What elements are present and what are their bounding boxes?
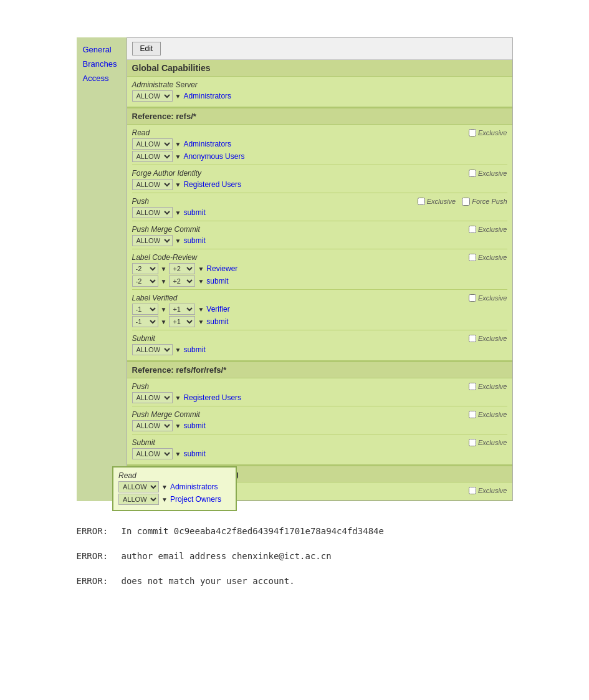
refs-for-submit-exclusive-checkbox[interactable] [469,439,476,446]
admin-server-row: ALLOW DENY BLOCK ▼ Administrators [132,90,507,102]
submit-select[interactable]: ALLOWDENY [132,344,173,355]
submit-exclusive-check[interactable]: Exclusive [469,335,507,342]
push-exclusive-check[interactable]: Exclusive [418,198,456,206]
push-exclusive-checkbox[interactable] [418,198,425,205]
submit-row: ALLOWDENY ▼ submit [132,344,507,355]
error-message-2: author email address chenxinke@ict.ac.cn [122,551,332,561]
arrow-icon-12: ▼ [175,423,181,429]
read-exclusive-check[interactable]: Exclusive [469,129,507,137]
refs-for-section: Reference: refs/for/refs/* Push Exclusiv… [127,361,512,465]
label-v-exclusive-check[interactable]: Exclusive [469,294,507,302]
popup-row-1: ALLOWDENY ▼ Administrators [118,481,231,492]
edit-bar: Edit [127,38,512,60]
read-exclusive-checkbox[interactable] [469,129,476,137]
label-v-row-2: -10+1 ▼ +10-1 ▼ submit [132,316,507,327]
label-v-max-1[interactable]: +10-1 [169,304,195,315]
forge-author-select[interactable]: ALLOWDENY [132,179,173,190]
refs-for-push-section: Push Exclusive ALLOWDENY ▼ Registered Us… [132,382,507,403]
refs-for-submit-label: Submit Exclusive [132,438,507,447]
refs-for-push-merge-exclusive[interactable]: Exclusive [469,411,507,418]
push-section: Push Exclusive Force Push [132,193,507,218]
popup-link-1[interactable]: Administrators [170,482,218,491]
arrow-icon: ▼ [175,93,181,100]
refs-for-submit-link[interactable]: submit [183,449,205,458]
label-cr-link-2[interactable]: submit [206,277,228,285]
refs-for-push-merge-section: Push Merge Commit Exclusive ALLOWDENY ▼ … [132,406,507,431]
error-section: ERROR: In commit 0c9eeaba4c2f8ed64394f17… [77,526,513,586]
label-v-link-2[interactable]: submit [206,317,228,326]
push-merge-exclusive-check[interactable]: Exclusive [469,226,507,233]
push-merge-link[interactable]: submit [183,236,205,245]
label-cr-max-select-2[interactable]: +2+10-1-2 [169,276,195,287]
sidebar-item-branches[interactable]: Branches [77,57,127,71]
label-cr-exclusive-check[interactable]: Exclusive [469,254,507,261]
refs-meta-exclusive[interactable]: Exclusive [469,487,507,494]
admin-server-link[interactable]: Administrators [183,92,231,100]
label-verified-section: Label Verified Exclusive -10+1 [132,289,507,327]
submit-link[interactable]: submit [183,345,205,354]
arrow-icon-4: ▼ [175,209,181,216]
read-row-1: ALLOWDENYBLOCK ▼ Administrators [132,138,507,150]
refs-for-push-exclusive[interactable]: Exclusive [469,383,507,390]
label-cr-row-1: -2-10+1+2 ▼ +2+10-1-2 ▼ Reviewer [132,263,507,274]
read-allow-select-2[interactable]: ALLOWDENYBLOCK [132,151,173,162]
forge-author-link[interactable]: Registered Users [183,180,241,189]
push-merge-select[interactable]: ALLOWDENY [132,235,173,246]
arrow-icon-6b: ▼ [198,266,204,272]
push-select[interactable]: ALLOWDENY [132,207,173,218]
push-merge-exclusive-checkbox[interactable] [469,226,476,233]
refs-for-push-link[interactable]: Registered Users [183,393,241,402]
force-push-checkbox[interactable] [462,198,470,206]
refs-meta-read-popup: Read ALLOWDENY ▼ Administrators ALLOWDEN… [112,466,237,511]
refs-for-push-exclusive-checkbox[interactable] [469,383,476,390]
refs-for-submit-exclusive[interactable]: Exclusive [469,439,507,446]
refs-for-submit-select[interactable]: ALLOWDENY [132,448,173,459]
error-message-3: does not match your user account. [122,576,295,586]
popup-link-2[interactable]: Project Owners [170,495,221,504]
label-v-row-1: -10+1 ▼ +10-1 ▼ Verifier [132,304,507,315]
label-v-max-2[interactable]: +10-1 [169,316,195,327]
edit-button[interactable]: Edit [132,42,161,55]
global-capabilities-title: Global Capabilities [127,60,512,77]
admin-server-select[interactable]: ALLOW DENY BLOCK [132,90,173,102]
submit-label: Submit Exclusive [132,334,507,343]
arrow-icon-p2: ▼ [161,496,168,503]
refs-for-pm-link[interactable]: submit [183,421,205,430]
error-label-1: ERROR: [77,526,114,536]
label-v-exclusive-checkbox[interactable] [469,294,476,302]
push-link[interactable]: submit [183,208,205,217]
refs-for-push-merge-label: Push Merge Commit Exclusive [132,410,507,419]
label-cr-link-1[interactable]: Reviewer [206,264,237,273]
label-cr-max-select-1[interactable]: +2+10-1-2 [169,263,195,274]
refs-for-header: Reference: refs/for/refs/* [127,361,512,378]
sidebar-item-general[interactable]: General [77,42,127,57]
label-v-min-2[interactable]: -10+1 [132,316,158,327]
forge-author-exclusive-checkbox[interactable] [469,170,476,177]
push-row: ALLOWDENY ▼ submit [132,207,507,218]
refs-for-push-select[interactable]: ALLOWDENY [132,392,173,403]
popup-select-1[interactable]: ALLOWDENY [118,481,159,492]
forge-author-exclusive-check[interactable]: Exclusive [469,170,507,177]
refs-for-pm-exclusive-checkbox[interactable] [469,411,476,418]
submit-exclusive-checkbox[interactable] [469,335,476,342]
label-cr-min-select-2[interactable]: -2-10+1+2 [132,276,158,287]
sidebar-item-access[interactable]: Access [77,71,127,85]
arrow-icon-6a: ▼ [161,266,167,272]
error-line-1: ERROR: In commit 0c9eeaba4c2f8ed64394f17… [77,526,513,536]
refs-for-submit-row: ALLOWDENY ▼ submit [132,448,507,459]
arrow-icon-11: ▼ [175,395,181,401]
label-v-link-1[interactable]: Verifier [206,305,229,314]
label-v-min-1[interactable]: -10+1 [132,304,158,315]
push-label: Push Exclusive Force Push [132,197,507,206]
arrow-icon-10: ▼ [175,347,181,353]
read-allow-select-1[interactable]: ALLOWDENYBLOCK [132,138,173,150]
label-cr-exclusive-checkbox[interactable] [469,254,476,261]
arrow-icon-7b: ▼ [198,278,204,285]
refs-for-pm-select[interactable]: ALLOWDENY [132,420,173,431]
refs-meta-exclusive-checkbox[interactable] [469,487,476,494]
popup-select-2[interactable]: ALLOWDENY [118,494,159,505]
force-push-check[interactable]: Force Push [462,198,507,206]
label-cr-min-select-1[interactable]: -2-10+1+2 [132,263,158,274]
read-link-2[interactable]: Anonymous Users [183,152,244,161]
read-link-1[interactable]: Administrators [183,140,231,148]
